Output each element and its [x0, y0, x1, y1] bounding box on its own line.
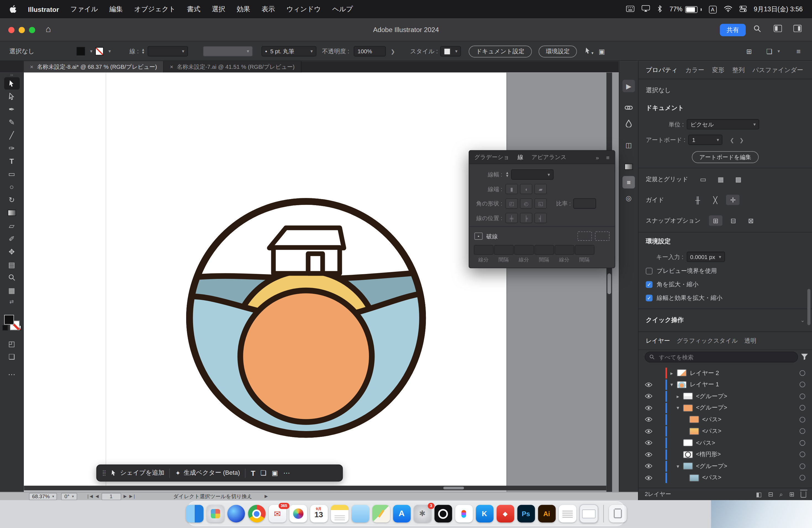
artboard-select[interactable]: 1▾: [688, 135, 723, 145]
checkbox-checked[interactable]: ✓: [646, 281, 652, 288]
layers-search-input[interactable]: [658, 353, 794, 361]
miter-limit-input[interactable]: [574, 198, 596, 209]
layer-row-10[interactable]: <パス>: [639, 472, 812, 484]
fill-swatch[interactable]: [77, 47, 85, 56]
edit-artboards-button[interactable]: アートボードを編集: [692, 151, 759, 163]
dock-trash-icon[interactable]: [609, 505, 626, 523]
dock-settings-icon[interactable]: 3: [414, 505, 431, 523]
new-layer-icon[interactable]: ⊞: [789, 491, 794, 498]
dock-calendar-icon[interactable]: 9月13: [310, 505, 328, 523]
dock-finder-icon[interactable]: [186, 505, 203, 523]
round-join-icon[interactable]: ◴: [520, 198, 533, 209]
snap-glyph-icon[interactable]: ⊠: [744, 216, 758, 226]
layer-row-7[interactable]: <パス>: [639, 437, 812, 449]
align-dash-icon[interactable]: [595, 231, 610, 241]
gradient-tool[interactable]: [4, 207, 19, 219]
dock-mail-icon[interactable]: 365: [269, 505, 286, 523]
snap-point-icon[interactable]: ⊞: [709, 216, 723, 226]
lock-guides-icon[interactable]: ╳: [709, 195, 722, 205]
panel-menu-icon[interactable]: ≡: [796, 41, 800, 61]
visibility-eye-icon[interactable]: [643, 440, 654, 445]
dash-input-1[interactable]: [474, 245, 493, 255]
document-grid-icon[interactable]: ⊞: [746, 41, 752, 61]
stroke-width-select[interactable]: ▾: [147, 46, 188, 57]
brush-select[interactable]: •5 pt. 丸筆▾: [262, 41, 317, 61]
filter-icon[interactable]: [801, 353, 808, 362]
target-circle-icon[interactable]: [800, 405, 806, 411]
dock-illustrator-icon[interactable]: Ai: [538, 505, 555, 523]
horizontal-scrollbar[interactable]: [24, 486, 606, 490]
units-select[interactable]: ピクセル▾: [687, 119, 759, 130]
menubar-item-5[interactable]: 書式: [187, 5, 201, 14]
generative-vector-button[interactable]: ✦ 生成ベクター (Beta): [175, 469, 240, 478]
menubar-item-7[interactable]: 効果: [237, 5, 250, 14]
dock-photoshop-icon[interactable]: Ps: [517, 505, 535, 523]
align-center-icon[interactable]: ╪: [505, 213, 518, 223]
search-icon[interactable]: [753, 25, 761, 34]
expand-arrow-icon[interactable]: ▸: [675, 394, 681, 399]
locate-object-icon[interactable]: ⌕: [779, 491, 783, 498]
dash-input-6[interactable]: [575, 245, 594, 255]
battery-indicator[interactable]: 77%: [669, 6, 701, 13]
stroke-panel-tab-2[interactable]: 線: [518, 153, 523, 161]
toolbar-grip[interactable]: ››: [0, 73, 23, 77]
dock-launchpad-icon[interactable]: [206, 505, 224, 523]
document-tab-1[interactable]: × 名称未設定-8.ai* @ 68.37 % (RGB/プレビュー): [24, 61, 163, 72]
opacity-expand-icon[interactable]: ❯: [391, 48, 395, 54]
layer-row-2[interactable]: ▾レイヤー 1: [639, 379, 812, 391]
visibility-eye-icon[interactable]: [643, 382, 654, 387]
control-center-icon[interactable]: [739, 5, 746, 13]
menubar-item-1[interactable]: Illustrator: [28, 5, 59, 13]
screen-mirroring-icon[interactable]: [642, 5, 650, 14]
isolate-selection-icon[interactable]: ▾: [584, 47, 594, 56]
expand-arrow-icon[interactable]: ▾: [675, 464, 681, 469]
align-outside-icon[interactable]: ╡: [534, 213, 547, 223]
show-grid-icon[interactable]: ▦: [714, 174, 727, 185]
go-to-bridge-icon[interactable]: ▣: [599, 47, 605, 55]
rectangle-tool[interactable]: ▭: [4, 168, 19, 180]
target-circle-icon[interactable]: [800, 475, 806, 481]
expand-panel-icon[interactable]: ▶: [623, 80, 635, 92]
close-tab-icon[interactable]: ×: [170, 64, 173, 70]
snap-grid-icon[interactable]: ▩: [731, 174, 745, 185]
align-inside-icon[interactable]: ╞: [520, 213, 533, 223]
last-artboard-icon[interactable]: ▶❘: [129, 494, 136, 499]
gradient-icon[interactable]: [623, 160, 635, 173]
panel-toggle-icon[interactable]: [794, 25, 802, 34]
stroke-width-combo[interactable]: ▾: [511, 169, 554, 180]
close-tab-icon[interactable]: ×: [30, 64, 33, 70]
menubar-item-9[interactable]: ウィンドウ: [286, 5, 321, 14]
fill-swatch-control[interactable]: ▾ ▾: [77, 41, 111, 61]
workspace-switcher[interactable]: ❏▾: [766, 41, 780, 61]
menubar-item-6[interactable]: 選択: [212, 5, 226, 14]
stroke-stepper[interactable]: ▲▼: [141, 48, 145, 54]
dash-input-4[interactable]: [534, 245, 554, 255]
visibility-eye-icon[interactable]: [643, 464, 654, 469]
draw-mode-icon[interactable]: ◰: [4, 338, 19, 350]
visibility-eye-icon[interactable]: [643, 429, 654, 434]
preserve-dash-icon[interactable]: [578, 231, 592, 241]
next-artboard-icon[interactable]: ❯: [739, 137, 744, 143]
layers-tab-3[interactable]: 透明: [744, 337, 756, 344]
color-icon[interactable]: [623, 117, 635, 130]
show-guides-icon[interactable]: ╫: [691, 195, 705, 205]
first-artboard-icon[interactable]: ❘◀: [86, 494, 93, 499]
style-select[interactable]: ▾: [440, 46, 461, 57]
swap-fill-stroke-icon[interactable]: ⇄: [0, 299, 23, 305]
wifi-icon[interactable]: [724, 5, 732, 13]
panel-menu-icon[interactable]: ≡: [606, 154, 610, 160]
smart-guides-icon[interactable]: ✛: [726, 195, 740, 205]
cc-libraries-icon[interactable]: [623, 102, 635, 114]
keyboard-icon[interactable]: [626, 5, 634, 13]
artwork-island-illustration[interactable]: [184, 196, 429, 441]
fill-indicator[interactable]: [4, 315, 14, 325]
bevel-join-icon[interactable]: ◱: [534, 198, 547, 209]
expand-arrow-icon[interactable]: ▾: [675, 405, 681, 411]
artboard-nav-input[interactable]: 1: [101, 493, 121, 500]
collapse-panel-icon[interactable]: »: [596, 154, 599, 160]
key-input-field[interactable]: 0.0001 px▾: [686, 252, 725, 262]
dock-keynote-icon[interactable]: [476, 505, 493, 523]
edit-toolbar-icon[interactable]: ⋯: [4, 368, 19, 381]
target-circle-icon[interactable]: [800, 464, 806, 469]
brush-definition-select[interactable]: ▾: [203, 41, 253, 61]
